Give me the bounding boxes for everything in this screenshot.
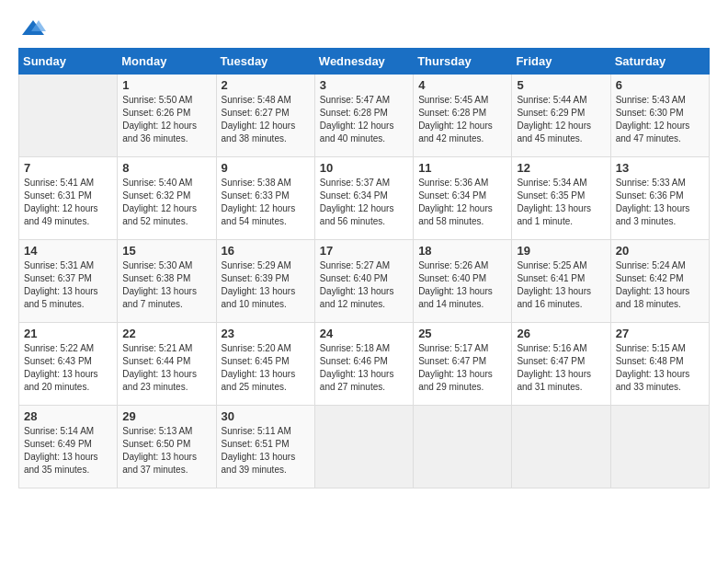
weekday-header: Saturday [610,49,709,75]
day-info: Sunrise: 5:41 AM Sunset: 6:31 PM Dayligh… [24,177,112,228]
calendar-cell: 10Sunrise: 5:37 AM Sunset: 6:34 PM Dayli… [314,157,413,240]
day-number: 24 [320,327,408,340]
day-info: Sunrise: 5:47 AM Sunset: 6:28 PM Dayligh… [320,94,408,145]
day-number: 17 [320,244,408,258]
calendar-cell: 16Sunrise: 5:29 AM Sunset: 6:39 PM Dayli… [216,240,314,323]
calendar-cell: 11Sunrise: 5:36 AM Sunset: 6:34 PM Dayli… [414,157,512,240]
day-number: 6 [616,78,704,92]
calendar-cell: 21Sunrise: 5:22 AM Sunset: 6:43 PM Dayli… [19,323,118,406]
calendar-cell: 9Sunrise: 5:38 AM Sunset: 6:33 PM Daylig… [216,157,314,240]
day-info: Sunrise: 5:30 AM Sunset: 6:38 PM Dayligh… [122,259,210,311]
day-number: 2 [222,78,310,92]
day-number: 7 [24,161,112,175]
day-number: 5 [517,78,605,92]
weekday-header: Monday [118,49,216,75]
day-info: Sunrise: 5:25 AM Sunset: 6:41 PM Dayligh… [517,259,605,311]
logo-icon [20,18,46,39]
day-number: 28 [24,409,112,423]
calendar-cell: 18Sunrise: 5:26 AM Sunset: 6:40 PM Dayli… [414,240,512,323]
calendar-cell [314,406,413,488]
day-info: Sunrise: 5:45 AM Sunset: 6:28 PM Dayligh… [418,94,506,145]
day-info: Sunrise: 5:26 AM Sunset: 6:40 PM Dayligh… [418,259,506,311]
day-info: Sunrise: 5:11 AM Sunset: 6:51 PM Dayligh… [222,425,310,477]
day-number: 10 [320,161,408,175]
calendar-cell [512,406,610,488]
calendar-cell: 3Sunrise: 5:47 AM Sunset: 6:28 PM Daylig… [314,75,413,157]
day-number: 29 [122,409,210,423]
day-info: Sunrise: 5:14 AM Sunset: 6:49 PM Dayligh… [24,425,112,477]
calendar-week-row: 28Sunrise: 5:14 AM Sunset: 6:49 PM Dayli… [19,406,710,488]
day-info: Sunrise: 5:29 AM Sunset: 6:39 PM Dayligh… [222,259,310,311]
day-info: Sunrise: 5:18 AM Sunset: 6:46 PM Dayligh… [320,342,408,394]
day-number: 27 [616,327,704,340]
calendar-cell: 12Sunrise: 5:34 AM Sunset: 6:35 PM Dayli… [512,157,610,240]
day-number: 1 [122,78,210,92]
calendar-cell: 6Sunrise: 5:43 AM Sunset: 6:30 PM Daylig… [610,75,709,157]
day-info: Sunrise: 5:31 AM Sunset: 6:37 PM Dayligh… [24,259,112,311]
calendar-cell: 24Sunrise: 5:18 AM Sunset: 6:46 PM Dayli… [314,323,413,406]
day-number: 22 [122,327,210,340]
calendar-cell [19,75,118,157]
calendar-cell: 25Sunrise: 5:17 AM Sunset: 6:47 PM Dayli… [414,323,512,406]
day-info: Sunrise: 5:13 AM Sunset: 6:50 PM Dayligh… [122,425,210,477]
day-number: 26 [517,327,605,340]
calendar-week-row: 14Sunrise: 5:31 AM Sunset: 6:37 PM Dayli… [19,240,710,323]
day-number: 21 [24,327,112,340]
day-number: 8 [122,161,210,175]
day-number: 4 [418,78,506,92]
calendar-cell [610,406,709,488]
day-info: Sunrise: 5:34 AM Sunset: 6:35 PM Dayligh… [517,177,605,228]
day-info: Sunrise: 5:33 AM Sunset: 6:36 PM Dayligh… [616,177,704,228]
day-info: Sunrise: 5:36 AM Sunset: 6:34 PM Dayligh… [418,177,506,228]
day-info: Sunrise: 5:20 AM Sunset: 6:45 PM Dayligh… [222,342,310,394]
day-info: Sunrise: 5:15 AM Sunset: 6:48 PM Dayligh… [616,342,704,394]
day-info: Sunrise: 5:38 AM Sunset: 6:33 PM Dayligh… [222,177,310,228]
page-header [18,18,710,39]
day-number: 9 [222,161,310,175]
day-info: Sunrise: 5:48 AM Sunset: 6:27 PM Dayligh… [222,94,310,145]
weekday-header-row: SundayMondayTuesdayWednesdayThursdayFrid… [19,49,710,75]
day-number: 11 [418,161,506,175]
calendar-cell: 29Sunrise: 5:13 AM Sunset: 6:50 PM Dayli… [118,406,216,488]
calendar-cell: 1Sunrise: 5:50 AM Sunset: 6:26 PM Daylig… [118,75,216,157]
day-info: Sunrise: 5:43 AM Sunset: 6:30 PM Dayligh… [616,94,704,145]
weekday-header: Wednesday [314,49,413,75]
calendar-cell: 4Sunrise: 5:45 AM Sunset: 6:28 PM Daylig… [414,75,512,157]
calendar-cell: 22Sunrise: 5:21 AM Sunset: 6:44 PM Dayli… [118,323,216,406]
calendar-cell: 13Sunrise: 5:33 AM Sunset: 6:36 PM Dayli… [610,157,709,240]
calendar-cell: 8Sunrise: 5:40 AM Sunset: 6:32 PM Daylig… [118,157,216,240]
day-number: 30 [222,409,310,423]
calendar-cell: 17Sunrise: 5:27 AM Sunset: 6:40 PM Dayli… [314,240,413,323]
calendar-cell: 23Sunrise: 5:20 AM Sunset: 6:45 PM Dayli… [216,323,314,406]
day-number: 20 [616,244,704,258]
weekday-header: Sunday [19,49,118,75]
calendar-cell: 5Sunrise: 5:44 AM Sunset: 6:29 PM Daylig… [512,75,610,157]
calendar-cell: 26Sunrise: 5:16 AM Sunset: 6:47 PM Dayli… [512,323,610,406]
calendar-cell: 2Sunrise: 5:48 AM Sunset: 6:27 PM Daylig… [216,75,314,157]
calendar-table: SundayMondayTuesdayWednesdayThursdayFrid… [18,48,710,488]
day-number: 12 [517,161,605,175]
calendar-cell: 19Sunrise: 5:25 AM Sunset: 6:41 PM Dayli… [512,240,610,323]
day-number: 19 [517,244,605,258]
calendar-week-row: 1Sunrise: 5:50 AM Sunset: 6:26 PM Daylig… [19,75,710,157]
day-info: Sunrise: 5:24 AM Sunset: 6:42 PM Dayligh… [616,259,704,311]
weekday-header: Thursday [414,49,512,75]
day-info: Sunrise: 5:21 AM Sunset: 6:44 PM Dayligh… [122,342,210,394]
calendar-week-row: 21Sunrise: 5:22 AM Sunset: 6:43 PM Dayli… [19,323,710,406]
day-number: 18 [418,244,506,258]
calendar-cell: 27Sunrise: 5:15 AM Sunset: 6:48 PM Dayli… [610,323,709,406]
calendar-cell: 30Sunrise: 5:11 AM Sunset: 6:51 PM Dayli… [216,406,314,488]
day-number: 14 [24,244,112,258]
weekday-header: Tuesday [216,49,314,75]
calendar-cell: 15Sunrise: 5:30 AM Sunset: 6:38 PM Dayli… [118,240,216,323]
calendar-cell [414,406,512,488]
day-number: 16 [222,244,310,258]
logo [18,18,46,39]
day-info: Sunrise: 5:17 AM Sunset: 6:47 PM Dayligh… [418,342,506,394]
calendar-week-row: 7Sunrise: 5:41 AM Sunset: 6:31 PM Daylig… [19,157,710,240]
calendar-cell: 7Sunrise: 5:41 AM Sunset: 6:31 PM Daylig… [19,157,118,240]
day-number: 23 [222,327,310,340]
day-info: Sunrise: 5:16 AM Sunset: 6:47 PM Dayligh… [517,342,605,394]
day-info: Sunrise: 5:50 AM Sunset: 6:26 PM Dayligh… [122,94,210,145]
calendar-cell: 20Sunrise: 5:24 AM Sunset: 6:42 PM Dayli… [610,240,709,323]
